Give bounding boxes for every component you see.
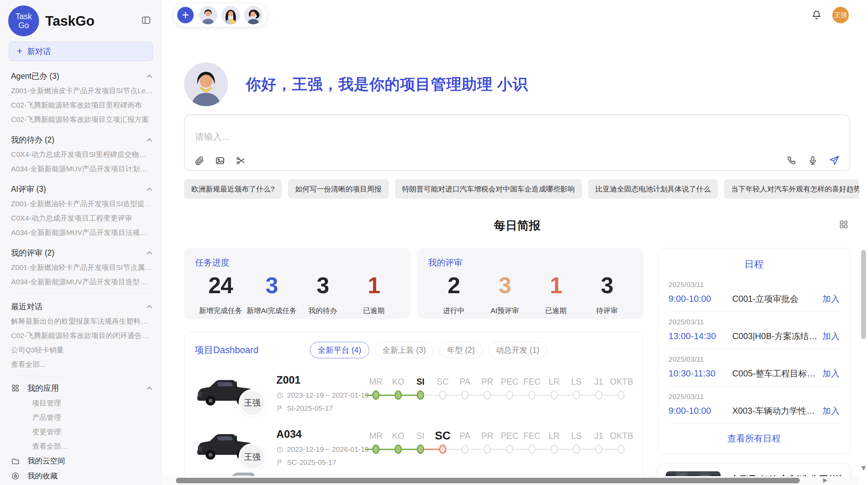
section-title: 我的待办 (2) [11, 135, 55, 145]
schedule-date: 2025/03/11 [668, 355, 840, 363]
milestone-node[interactable] [417, 445, 424, 454]
join-meeting-link[interactable]: 加入 [822, 368, 840, 379]
apps-icon [11, 384, 20, 393]
sidebar-section-header[interactable]: 我的待办 (2) [11, 132, 153, 147]
sidebar-task-item[interactable]: C02-飞腾新能源轻客改款项目里程碑画布 [11, 98, 153, 112]
sidebar-task-item[interactable]: A034-全新新能源MUV产品开发项目法规符合性评审 [11, 225, 153, 240]
collapse-sidebar-icon[interactable] [140, 14, 153, 28]
suggestion-chip[interactable]: 当下年轻人对汽车外观有怎样的喜好趋势 [724, 179, 868, 199]
view-all-link[interactable]: 查看全部... [11, 357, 153, 372]
milestone-node[interactable] [506, 390, 513, 400]
my-apps-header[interactable]: 我的应用 [11, 380, 153, 396]
send-icon[interactable] [829, 155, 840, 166]
phone-call-icon[interactable] [786, 155, 797, 165]
milestone-node[interactable] [617, 445, 625, 454]
dashboard-tab[interactable]: 全新平台 (4) [310, 342, 369, 358]
recent-conversation-item[interactable]: 公司Q3轻卡销量 [11, 343, 153, 357]
milestone-node[interactable] [595, 445, 602, 454]
milestone-node[interactable] [395, 390, 402, 400]
recent-conversation-item[interactable]: C02-飞腾新能源轻客改款项目的闭环通告反馈情况 [11, 328, 153, 343]
microphone-icon[interactable] [808, 155, 818, 165]
join-meeting-link[interactable]: 加入 [822, 331, 840, 342]
new-chat-button[interactable]: + 新对话 [9, 42, 153, 61]
sidebar-task-item[interactable]: C02-飞腾新能源轻客改款项目立项汇报方案 [11, 112, 153, 127]
app-item[interactable]: 变更管理 [11, 425, 153, 439]
vertical-scrollbar-thumb[interactable] [861, 250, 866, 339]
milestone-node[interactable] [461, 445, 469, 454]
view-all-schedule-link[interactable]: 查看所有日程 [668, 424, 840, 450]
project-flag-label: SI-2025-05-17 [287, 404, 333, 412]
app-item[interactable]: 产品管理 [11, 410, 153, 425]
milestone-node[interactable] [372, 390, 379, 400]
vertical-scrollbar[interactable] [859, 0, 868, 476]
new-chat-label: 新对话 [27, 46, 51, 57]
stat-cell: 3AI预评审 [479, 270, 530, 315]
chevron-up-icon [147, 74, 152, 80]
sidebar-section-header[interactable]: AI评审 (3) [11, 182, 153, 197]
attachment-icon[interactable] [194, 156, 205, 166]
app-item[interactable]: 项目管理 [11, 396, 153, 410]
sidebar-scroll-area[interactable]: Agent已办 (3)Z001-全新燃油皮卡产品开发项目SI节点Lesson L… [0, 63, 161, 485]
layout-grid-icon[interactable] [839, 219, 849, 229]
milestone-node[interactable] [439, 445, 446, 454]
milestone-node[interactable] [484, 390, 491, 400]
milestone-node[interactable] [595, 390, 602, 400]
dashboard-tab[interactable]: 全新上装 (3) [375, 342, 434, 358]
suggestion-chip[interactable]: 比亚迪全固态电池计划具体说了什么 [588, 179, 718, 199]
screenshot-scissors-icon[interactable] [236, 156, 246, 166]
milestone-node[interactable] [395, 445, 402, 454]
add-member-button[interactable]: + [176, 6, 195, 24]
suggestion-chip[interactable]: 欧洲新规最近颁布了什么? [184, 179, 282, 199]
sidebar-item-cloud-space[interactable]: 我的云空间 [11, 453, 153, 469]
recent-conversation-item[interactable]: 解释最新出台的欧盟报废车法规再生塑料比例被调至15%... [11, 314, 153, 328]
join-meeting-link[interactable]: 加入 [822, 405, 840, 416]
horizontal-scrollbar-thumb[interactable] [176, 478, 800, 483]
horizontal-scrollbar[interactable] [162, 476, 859, 485]
suggestion-chip[interactable]: 如何写一份清晰的项目周报 [288, 179, 389, 199]
sidebar: Task Go TaskGo + 新对话 Agent已办 (3)Z001-全新燃… [0, 0, 162, 485]
milestone-node[interactable] [528, 445, 535, 454]
avatar-woman-ponytail[interactable] [244, 6, 263, 24]
sidebar-section-header[interactable]: Agent已办 (3) [11, 69, 153, 84]
milestone-node[interactable] [551, 445, 558, 454]
suggestion-chip[interactable]: 特朗普可能对进口汽车增税会对中国车企造成哪些影响 [395, 179, 582, 199]
sidebar-task-item[interactable]: Z001-全新燃油皮卡产品开发项目SI节点Lesson Learn报告 [11, 84, 153, 98]
avatar-woman-long-hair[interactable] [221, 6, 240, 24]
scroll-down-arrow-icon[interactable] [861, 466, 866, 471]
milestone-track: MRKOSISCPAPRPECFECLRLSJ1OKTB [365, 427, 633, 458]
dashboard-tab[interactable]: 年型 (2) [439, 342, 483, 358]
left-column: 任务进度24新增完成任务3新增AI完成任务3我的待办1已逾期我的评审2进行中3A… [184, 248, 643, 485]
notification-bell-icon[interactable] [811, 10, 822, 21]
image-upload-icon[interactable] [215, 156, 225, 166]
scroll-right-arrow-icon[interactable] [823, 478, 828, 483]
milestone-node[interactable] [617, 390, 625, 400]
sidebar-section-header[interactable]: 我的评审 (2) [11, 245, 153, 260]
milestone-node[interactable] [417, 390, 424, 400]
sidebar-task-item[interactable]: A034-全新新能源MUV产品开发项目计划变更表编写 [11, 162, 153, 176]
schedule-date: 2025/03/11 [668, 318, 840, 326]
milestone-node[interactable] [528, 390, 535, 400]
schedule-date: 2025/03/11 [668, 393, 840, 401]
sidebar-task-item[interactable]: A034-全新新能源MUV产品开发项目造型可行性评审 [11, 275, 153, 289]
milestone-node[interactable] [551, 390, 558, 400]
chat-input[interactable] [195, 131, 760, 152]
sidebar-task-item[interactable]: Z001-全新燃油轻卡产品开发项目SI造型提交物评审 [11, 197, 153, 211]
sidebar-item-favorites[interactable]: 我的收藏 [11, 469, 153, 484]
avatar-man[interactable] [199, 6, 217, 24]
milestone-node[interactable] [506, 445, 513, 454]
view-all-link[interactable]: 查看全部... [11, 439, 153, 453]
milestone-node[interactable] [573, 445, 580, 454]
milestone-node[interactable] [372, 445, 379, 454]
sidebar-task-item[interactable]: C0X4-动力总成开发项目SI里程碑提交物检查 [11, 147, 153, 162]
user-avatar[interactable]: 王强 [832, 7, 849, 23]
milestone-node[interactable] [439, 390, 446, 400]
milestone-node[interactable] [484, 445, 491, 454]
milestone-node[interactable] [461, 390, 469, 400]
dashboard-tab[interactable]: 动总开发 (1) [488, 342, 547, 358]
join-meeting-link[interactable]: 加入 [822, 293, 840, 304]
sidebar-task-item[interactable]: Z001-全新燃油轻卡产品开发项目SI节点属性5D文件评审 [11, 260, 153, 275]
sidebar-task-item[interactable]: C0X4-动力总成开发项目工程变更评审 [11, 211, 153, 225]
milestone-node[interactable] [573, 390, 580, 400]
recent-section-header[interactable]: 最近对话 [11, 299, 153, 314]
plus-icon: + [17, 46, 22, 56]
